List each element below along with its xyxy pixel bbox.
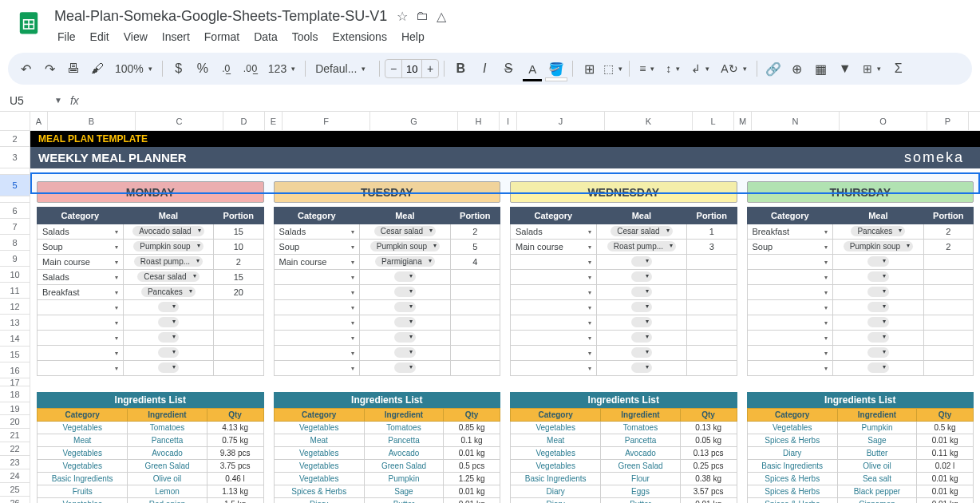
ing-name[interactable]: Tomatoes [364,422,443,434]
category-cell[interactable]: ▾ [747,331,833,346]
column-headers[interactable]: ABCDEFGHIJKLMNOP [30,112,980,131]
meal-cell[interactable]: Roast pump... [596,240,686,255]
meal-cell[interactable] [360,285,450,300]
ing-category[interactable]: Meat [511,434,601,447]
meal-cell[interactable] [123,315,213,331]
portion-cell[interactable] [450,346,500,361]
category-cell[interactable]: Breakfast▾ [747,224,833,240]
ing-category[interactable]: Basic Ingredients [38,473,128,485]
ing-category[interactable]: Diary [511,485,601,498]
ing-name[interactable]: Black pepper [837,485,916,498]
portion-cell[interactable] [214,315,263,331]
ing-qty[interactable]: 0.25 pcs [680,460,737,473]
ing-name[interactable]: Tomatoes [128,422,207,434]
bold-icon[interactable]: B [449,57,472,80]
row-header[interactable]: 26 [0,497,30,503]
portion-cell[interactable] [214,361,263,376]
ing-qty[interactable]: 0.01 kg [680,498,737,504]
row-header[interactable]: 11 [0,283,30,299]
meal-cell[interactable]: Cesar salad [596,224,686,240]
ing-qty[interactable]: 0.1 kg [444,434,500,447]
portion-cell[interactable]: 15 [214,270,263,285]
row-header-selected[interactable]: 5 [0,175,30,196]
category-cell[interactable]: ▾ [511,346,597,361]
ing-qty[interactable]: 0.01 kg [917,434,974,447]
ing-name[interactable]: Pancetta [364,434,443,447]
category-cell[interactable]: ▾ [274,346,360,361]
portion-cell[interactable] [214,300,263,315]
col-header[interactable]: A [30,112,48,130]
meal-cell[interactable]: Cesar salad [360,224,450,240]
font-size-input[interactable] [401,60,422,77]
ing-name[interactable]: Green Salad [601,460,680,473]
col-header[interactable]: F [283,112,370,130]
row-header[interactable]: 25 [0,483,30,497]
category-cell[interactable]: ▾ [274,285,360,300]
italic-icon[interactable]: I [473,57,496,80]
print-icon[interactable]: 🖶 [62,57,85,80]
portion-cell[interactable] [450,315,500,331]
merge-select[interactable]: ⬚ [602,59,624,78]
link-icon[interactable]: 🔗 [762,57,784,80]
ing-name[interactable]: Avocado [128,447,207,460]
meal-cell[interactable] [123,361,213,376]
ing-category[interactable]: Vegetables [274,460,364,473]
col-header[interactable]: L [693,112,734,130]
menu-help[interactable]: Help [395,27,431,46]
meal-cell[interactable] [596,300,686,315]
ing-category[interactable]: Vegetables [38,447,128,460]
category-cell[interactable]: Main course▾ [38,255,124,270]
col-header[interactable]: G [370,112,458,130]
category-cell[interactable]: ▾ [747,315,833,331]
formula-bar[interactable] [85,94,974,107]
meal-cell[interactable]: Parmigiana [360,255,450,270]
ing-qty[interactable]: 3.75 pcs [207,460,263,473]
ing-qty[interactable]: 3.57 pcs [680,485,737,498]
category-cell[interactable]: Soup▾ [747,240,833,255]
ing-qty[interactable]: 0.01 kg [444,498,500,504]
row-header[interactable]: 10 [0,267,30,283]
category-cell[interactable]: Main course▾ [274,255,360,270]
row-header[interactable]: 12 [0,299,30,315]
portion-cell[interactable] [687,331,737,346]
ing-name[interactable]: Butter [601,498,680,504]
portion-cell[interactable]: 2 [923,240,973,255]
ing-category[interactable]: Diary [274,498,364,504]
meal-cell[interactable]: Pancakes [833,224,923,240]
category-cell[interactable]: Salads▾ [38,224,124,240]
ing-qty[interactable]: 0.75 kg [207,434,263,447]
meal-cell[interactable] [360,361,450,376]
percent-icon[interactable]: % [192,57,214,80]
ing-qty[interactable]: 0.01 kg [444,485,500,498]
category-cell[interactable]: ▾ [511,331,597,346]
ing-category[interactable]: Vegetables [38,460,128,473]
valign-select[interactable]: ↕ [661,59,685,78]
row-header[interactable]: 15 [0,347,30,362]
ing-qty[interactable]: 0.11 kg [917,447,974,460]
portion-cell[interactable] [923,331,973,346]
ing-category[interactable]: Spices & Herbs [747,473,837,485]
portion-cell[interactable] [687,300,737,315]
ing-qty[interactable]: 0.02 l [917,460,974,473]
category-cell[interactable]: ▾ [511,315,597,331]
row-header[interactable]: 13 [0,315,30,331]
portion-cell[interactable] [687,315,737,331]
meal-cell[interactable] [833,300,923,315]
ing-category[interactable]: Spices & Herbs [747,485,837,498]
row-header[interactable]: 21 [0,429,30,442]
meal-cell[interactable] [596,255,686,270]
ing-qty[interactable]: 0.01 kg [917,498,974,504]
decrease-decimal-icon[interactable]: .0̲ [215,57,238,80]
col-header[interactable]: O [840,112,927,130]
category-cell[interactable]: ▾ [511,285,597,300]
meal-cell[interactable] [596,361,686,376]
ing-name[interactable]: Avocado [601,447,680,460]
ing-category[interactable]: Vegetables [38,422,128,434]
col-header[interactable]: C [136,112,223,130]
portion-cell[interactable] [687,270,737,285]
wrap-select[interactable]: ↲ [686,59,714,78]
doc-title[interactable]: Meal-Plan-Someka-Google-Sheets-Template-… [51,6,390,26]
ing-qty[interactable]: 1.13 kg [207,485,263,498]
ing-qty[interactable]: 1.25 kg [444,473,500,485]
ing-category[interactable]: Spices & Herbs [747,434,837,447]
